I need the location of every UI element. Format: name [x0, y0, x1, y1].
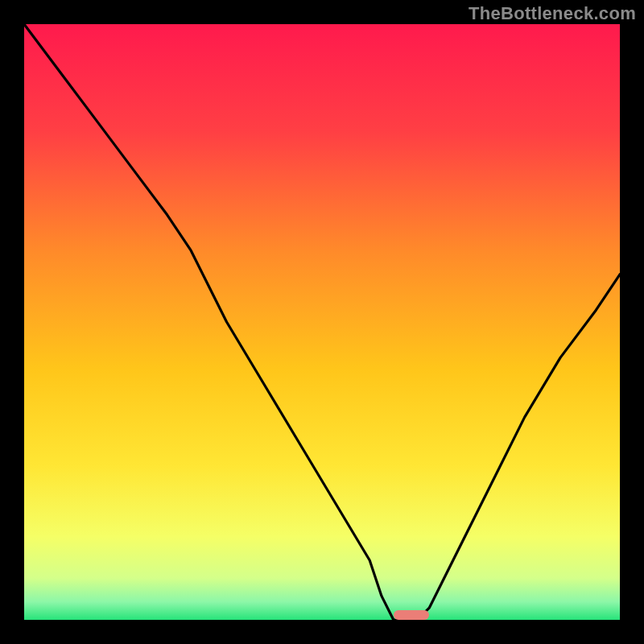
plot-area — [24, 24, 620, 620]
optimum-marker — [394, 610, 429, 620]
watermark-label: TheBottleneck.com — [469, 3, 636, 24]
bottleneck-curve — [24, 24, 620, 620]
chart-frame: TheBottleneck.com — [0, 0, 644, 644]
